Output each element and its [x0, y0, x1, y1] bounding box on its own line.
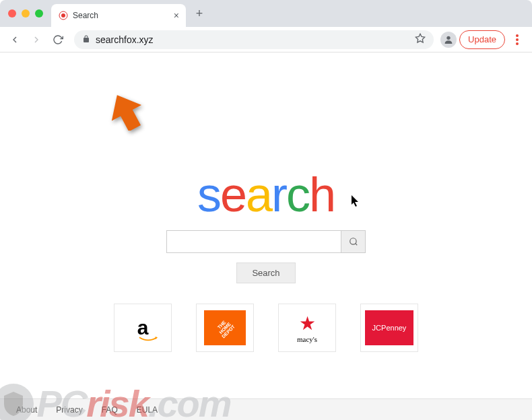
amazon-logo-icon: a: [137, 316, 149, 339]
browser-toolbar: searchfox.xyz Update: [0, 27, 532, 53]
footer-link-eula[interactable]: EULA: [137, 405, 158, 415]
footer-link-about[interactable]: About: [16, 405, 37, 415]
homedepot-logo-icon: THEHOMEDEPOT: [204, 310, 246, 345]
forward-button[interactable]: [27, 30, 46, 49]
browser-chrome: Search × + searchfox.xyz Update: [0, 0, 532, 53]
window-maximize-button[interactable]: [35, 9, 43, 18]
jcpenney-logo-icon: JCPenney: [365, 310, 413, 345]
back-button[interactable]: [5, 30, 24, 49]
shortcut-tile-homedepot[interactable]: THEHOMEDEPOT: [196, 304, 254, 352]
logo-letter: r: [271, 168, 286, 221]
footer-link-faq[interactable]: FAQ: [102, 405, 118, 415]
svg-marker-7: [109, 93, 143, 131]
shortcut-tile-amazon[interactable]: a: [114, 304, 172, 352]
svg-point-4: [516, 34, 519, 37]
svg-point-5: [516, 38, 519, 41]
logo-letter: h: [309, 168, 335, 221]
jcpenney-label: JCPenney: [372, 324, 407, 332]
update-button-label: Update: [468, 34, 496, 44]
update-button[interactable]: Update: [459, 30, 505, 49]
svg-marker-2: [415, 34, 424, 42]
window-close-button[interactable]: [8, 9, 16, 18]
shortcut-tiles: a THEHOMEDEPOT ★ macy's JCPenney: [0, 304, 532, 352]
footer-link-privacy[interactable]: Privacy: [56, 405, 82, 415]
shortcut-tile-jcpenney[interactable]: JCPenney: [360, 304, 418, 352]
logo-letter: c: [286, 168, 309, 221]
annotation-arrow-icon: [109, 93, 143, 131]
macys-label: macy's: [297, 335, 317, 343]
tab-strip: Search × +: [0, 0, 532, 27]
shortcut-tile-macys[interactable]: ★ macy's: [278, 304, 336, 352]
svg-point-6: [516, 42, 519, 45]
logo-letter: s: [197, 168, 220, 221]
logo-letter: e: [220, 168, 246, 221]
logo-letter: a: [246, 168, 271, 221]
lock-icon: [82, 34, 90, 46]
page-content: search Search a THEHOMEDEPOT ★ macy's: [0, 53, 532, 420]
bookmark-star-icon[interactable]: [415, 33, 426, 46]
tab-title: Search: [73, 11, 170, 20]
tab-close-icon[interactable]: ×: [174, 10, 179, 21]
svg-marker-8: [352, 195, 358, 207]
svg-line-10: [355, 244, 357, 246]
search-icon-button[interactable]: [341, 230, 366, 253]
search-logo: search: [0, 167, 532, 222]
tab-favicon: [58, 10, 69, 21]
search-button[interactable]: Search: [236, 262, 295, 283]
new-tab-button[interactable]: +: [190, 4, 209, 23]
profile-icon[interactable]: [440, 32, 457, 48]
search-box-container: [0, 230, 532, 253]
mouse-cursor-icon: [352, 195, 360, 207]
footer-bar: About Privacy FAQ EULA: [0, 398, 532, 420]
window-controls: [8, 9, 43, 18]
address-bar[interactable]: searchfox.xyz: [74, 30, 434, 49]
browser-tab[interactable]: Search ×: [51, 4, 186, 27]
macys-logo-icon: ★ macy's: [297, 312, 317, 343]
url-text: searchfox.xyz: [96, 34, 409, 45]
svg-point-3: [446, 36, 450, 39]
svg-point-1: [61, 13, 65, 18]
reload-button[interactable]: [48, 30, 67, 49]
browser-menu-icon[interactable]: [508, 30, 527, 49]
search-button-container: Search: [0, 262, 532, 283]
svg-point-9: [350, 238, 356, 244]
search-input[interactable]: [166, 230, 341, 253]
window-minimize-button[interactable]: [22, 9, 30, 18]
